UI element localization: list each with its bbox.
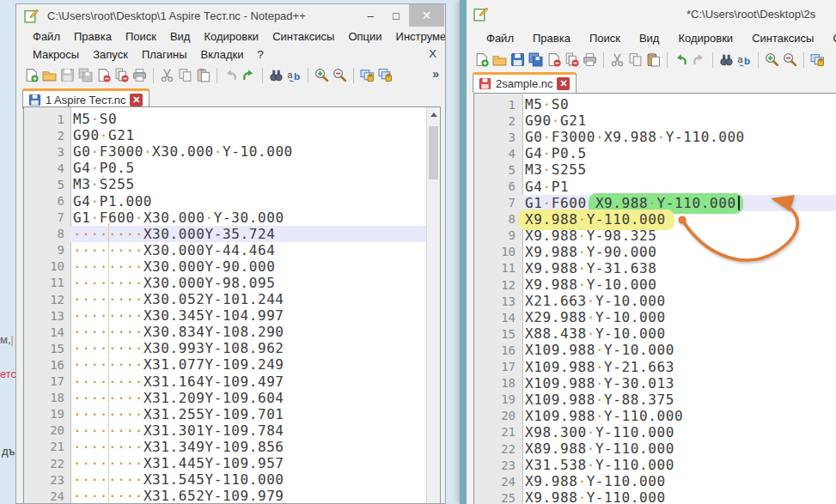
menu-item-file[interactable]: Файл: [477, 30, 523, 46]
line-number: 17: [24, 374, 70, 388]
save-all-icon[interactable]: [528, 52, 543, 67]
close-file-icon[interactable]: [546, 52, 561, 67]
menu-close-x[interactable]: X: [429, 47, 436, 60]
line-number: 18: [24, 391, 70, 404]
line-number: 8: [474, 212, 522, 226]
zoom-in-icon[interactable]: [765, 52, 779, 67]
menu-item-language[interactable]: Синтаксисы: [265, 28, 341, 45]
line-number: 17: [474, 360, 522, 373]
menu-item-edit[interactable]: Правка: [523, 30, 580, 46]
menu-item-view[interactable]: Вид: [630, 30, 669, 46]
tab-2sample[interactable]: 2sample.nc ✕: [473, 72, 577, 93]
menu-item-run[interactable]: Запуск: [86, 46, 135, 63]
toolbar-separator: [712, 52, 713, 68]
code-line-4: 4G4·P0.5: [474, 145, 836, 161]
svg-text:a: a: [288, 70, 293, 80]
new-file-icon[interactable]: [474, 52, 489, 67]
code-text: M5·S0: [70, 111, 426, 127]
menu-item-plugins[interactable]: Плагины: [135, 46, 194, 63]
print-icon[interactable]: [583, 52, 597, 67]
maximize-button[interactable]: □: [383, 4, 409, 27]
copy-icon[interactable]: [178, 68, 192, 82]
left-editor[interactable]: 1M5·S02G90·G213G0·F3000·X30.000·Y-10.000…: [23, 106, 441, 504]
code-text: M3·S255: [522, 161, 836, 178]
code-text: X109.988·Y-10.000: [522, 342, 836, 358]
left-title-bar[interactable]: C:\Users\root\Desktop\1 Aspire Тест.nc -…: [16, 4, 445, 27]
minimize-button[interactable]: –: [357, 4, 383, 27]
scrollbar-thumb[interactable]: [429, 126, 438, 179]
new-file-icon[interactable]: [24, 68, 39, 82]
save-icon[interactable]: [510, 52, 525, 67]
menu-item-tabs[interactable]: Вкладки: [194, 46, 251, 63]
menu-item-search[interactable]: Поиск: [580, 30, 630, 46]
close-all-files-icon[interactable]: [114, 68, 129, 82]
left-window-title: C:\Users\root\Desktop\1 Aspire Тест.nc -…: [47, 9, 306, 22]
zoom-out-icon[interactable]: [783, 52, 797, 67]
open-folder-icon[interactable]: [42, 68, 57, 82]
right-title-bar[interactable]: *C:\Users\root\Desktop\2s: [467, 0, 836, 27]
code-text: ········X31.545Y-110.000: [70, 471, 426, 488]
menu-item-edit[interactable]: Правка: [67, 28, 119, 45]
open-folder-icon[interactable]: [492, 52, 507, 67]
menu-item-help[interactable]: ?: [250, 46, 270, 63]
right-editor[interactable]: 1M5·S02G90·G213G0·F3000·X9.988·Y-110.000…: [473, 93, 836, 504]
line-number: 6: [24, 194, 70, 208]
left-menu-bar-row1: ФайлПравкаПоискВидКодировкиСинтаксисыОпц…: [16, 27, 445, 46]
code-line-11: 11X9.988·Y-31.638: [474, 260, 836, 276]
tab-close-icon[interactable]: ✕: [557, 77, 570, 90]
scroll-up-arrow-icon[interactable]: [427, 107, 440, 121]
code-line-2: 2G90·G21: [24, 127, 426, 143]
close-button[interactable]: ✕: [409, 4, 444, 27]
menu-item-macro[interactable]: Макросы: [26, 46, 86, 63]
code-text: ········X30.345Y-104.997: [70, 307, 426, 324]
toolbar-overflow-chevron[interactable]: »: [432, 67, 439, 81]
line-number: 21: [474, 425, 522, 439]
paste-icon[interactable]: [196, 68, 211, 82]
menu-item-settings[interactable]: Опции: [341, 28, 388, 45]
code-line-23: 23········X31.545Y-110.000: [24, 471, 426, 488]
code-line-3: 3G0·F3000·X9.988·Y-110.000: [474, 129, 836, 145]
paste-icon[interactable]: [646, 52, 661, 67]
code-text: ········X31.349Y-109.856: [70, 439, 426, 455]
menu-item-settings[interactable]: Опции: [823, 30, 836, 46]
copy-icon[interactable]: [628, 52, 643, 67]
close-file-icon[interactable]: [96, 68, 111, 82]
find-icon[interactable]: [719, 52, 734, 67]
redo-icon[interactable]: [241, 68, 256, 82]
menu-item-language[interactable]: Синтаксисы: [742, 30, 823, 46]
tab-close-icon[interactable]: ✕: [130, 94, 143, 106]
menu-item-view[interactable]: Вид: [163, 28, 198, 45]
menu-item-search[interactable]: Поиск: [119, 28, 163, 45]
print-icon[interactable]: [132, 68, 147, 82]
undo-icon[interactable]: [674, 52, 688, 67]
toolbar-separator: [667, 52, 668, 68]
menu-item-tools[interactable]: Инструменты: [389, 28, 446, 45]
sync-v-scroll-icon[interactable]: [810, 52, 825, 67]
code-text: G90·G21: [522, 112, 836, 129]
menu-item-encoding[interactable]: Кодировки: [668, 30, 742, 46]
undo-icon[interactable]: [223, 68, 238, 82]
close-all-files-icon[interactable]: [564, 52, 579, 67]
vertical-scrollbar[interactable]: [426, 107, 440, 504]
cut-icon[interactable]: [160, 68, 174, 82]
line-number: 4: [24, 161, 70, 175]
zoom-out-icon[interactable]: [333, 68, 347, 82]
replace-icon[interactable]: ab: [287, 68, 302, 82]
svg-text:b: b: [294, 70, 300, 82]
redo-icon[interactable]: [692, 52, 706, 67]
code-line-20: 20X109.988·Y-110.000: [474, 408, 836, 424]
sync-h-scroll-icon[interactable]: [378, 68, 393, 82]
replace-icon[interactable]: ab: [737, 52, 752, 67]
save-icon[interactable]: [60, 68, 75, 82]
line-number: 5: [474, 163, 522, 177]
save-all-icon[interactable]: [78, 68, 93, 82]
code-line-8: 8········X30.000Y-35.724: [24, 226, 426, 242]
menu-item-encoding[interactable]: Кодировки: [197, 28, 265, 45]
zoom-in-icon[interactable]: [314, 68, 329, 82]
code-line-24: 24········X31.652Y-109.979: [24, 488, 426, 504]
find-icon[interactable]: [269, 68, 284, 82]
menu-item-file[interactable]: Файл: [26, 28, 67, 45]
cut-icon[interactable]: [610, 52, 625, 67]
code-line-17: 17X109.988·Y-21.663: [474, 359, 836, 375]
sync-v-scroll-icon[interactable]: [360, 68, 375, 82]
